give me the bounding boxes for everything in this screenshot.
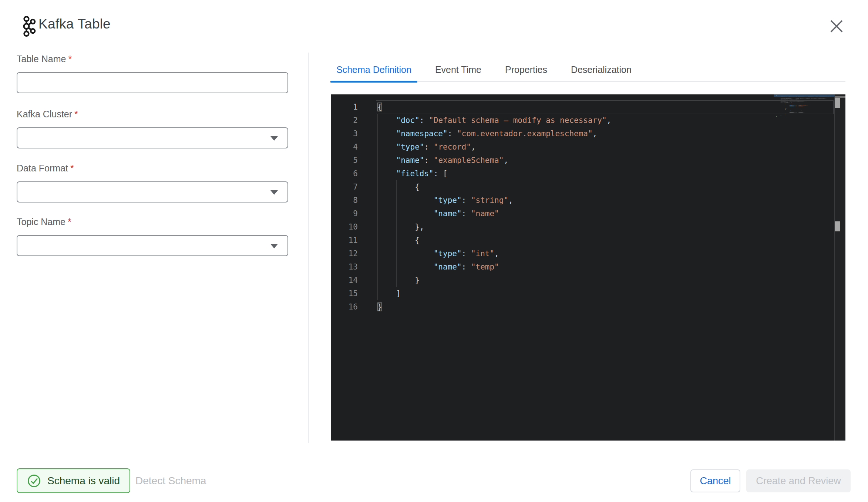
detect-schema-button[interactable]: Detect Schema [135, 468, 206, 493]
code-line[interactable]: 16} [331, 300, 834, 314]
field-table-name: Table Name* [17, 54, 288, 93]
select-topic-name[interactable] [17, 235, 288, 256]
select-data-format[interactable] [17, 181, 288, 203]
field-label-table-name: Table Name* [17, 54, 288, 64]
line-number: 9 [331, 207, 358, 220]
code-line[interactable]: 3 "namespace": "com.eventador.examplesch… [331, 127, 834, 140]
field-label-data-format: Data Format* [17, 163, 288, 174]
tab-event-time[interactable]: Event Time [429, 62, 487, 82]
line-number: 11 [331, 234, 358, 247]
code-line[interactable]: 5 "name": "exampleSchema", [331, 154, 834, 167]
line-number: 3 [331, 127, 358, 140]
check-circle-icon [27, 474, 41, 488]
schema-valid-badge: Schema is valid [17, 468, 130, 493]
code-line[interactable]: 9 "name": "name" [331, 207, 834, 220]
line-number: 2 [331, 114, 358, 127]
line-number: 16 [331, 300, 358, 314]
line-number: 7 [331, 180, 358, 194]
select-kafka-cluster[interactable] [17, 127, 288, 148]
code-line[interactable]: 10 }, [331, 220, 834, 234]
dialog-title: Kafka Table [38, 16, 111, 32]
line-number: 14 [331, 274, 358, 287]
line-number: 4 [331, 140, 358, 154]
schema-code-editor[interactable]: 1{2 "doc": "Default schema — modify as n… [331, 94, 845, 441]
kafka-table-dialog: Kafka Table Table Name*Kafka Cluster*Dat… [0, 0, 868, 502]
line-number: 10 [331, 220, 358, 234]
tab-properties[interactable]: Properties [499, 62, 553, 82]
close-icon[interactable] [829, 19, 844, 34]
line-number: 15 [331, 287, 358, 300]
cancel-button[interactable]: Cancel [690, 469, 740, 492]
code-line[interactable]: 15 ] [331, 287, 834, 300]
line-number: 12 [331, 247, 358, 260]
scrollbar-marker [835, 221, 840, 231]
input-table-name[interactable] [17, 72, 288, 93]
code-line[interactable]: 12 "type": "int", [331, 247, 834, 260]
code-line[interactable]: 7 { [331, 180, 834, 194]
field-kafka-cluster: Kafka Cluster* [17, 109, 288, 148]
schema-valid-label: Schema is valid [47, 475, 120, 487]
code-line[interactable]: 4 "type": "record", [331, 140, 834, 154]
field-label-topic-name: Topic Name* [17, 217, 288, 227]
minimap-code: { "doc": "Default schema — modify as nec… [776, 95, 831, 117]
field-label-kafka-cluster: Kafka Cluster* [17, 109, 288, 120]
line-number: 5 [331, 154, 358, 167]
chevron-down-icon [270, 244, 278, 248]
create-and-review-button[interactable]: Create and Review [746, 469, 851, 492]
code-lines[interactable]: 1{2 "doc": "Default schema — modify as n… [331, 100, 834, 314]
chevron-down-icon [270, 190, 278, 195]
code-line[interactable]: 1{ [331, 100, 834, 114]
line-number: 8 [331, 194, 358, 207]
code-line[interactable]: 2 "doc": "Default schema — modify as nec… [331, 114, 834, 127]
line-number: 13 [331, 260, 358, 274]
tab-bar: Schema DefinitionEvent TimePropertiesDes… [330, 62, 845, 82]
editor-scrollbar[interactable] [834, 94, 845, 441]
editor-minimap[interactable]: { "doc": "Default schema — modify as nec… [774, 94, 834, 130]
tab-deserialization[interactable]: Deserialization [565, 62, 637, 82]
chevron-down-icon [270, 136, 278, 141]
code-line[interactable]: 11 { [331, 234, 834, 247]
field-topic-name: Topic Name* [17, 217, 288, 256]
scrollbar-thumb[interactable] [835, 98, 840, 108]
tab-schema-definition[interactable]: Schema Definition [330, 62, 417, 82]
line-number: 1 [331, 100, 358, 114]
vertical-divider [308, 53, 309, 443]
code-line[interactable]: 13 "name": "temp" [331, 260, 834, 274]
field-data-format: Data Format* [17, 163, 288, 203]
kafka-logo-icon [20, 16, 36, 37]
code-line[interactable]: 6 "fields": [ [331, 167, 834, 180]
code-line[interactable]: 14 } [331, 274, 834, 287]
code-line[interactable]: 8 "type": "string", [331, 194, 834, 207]
line-number: 6 [331, 167, 358, 180]
